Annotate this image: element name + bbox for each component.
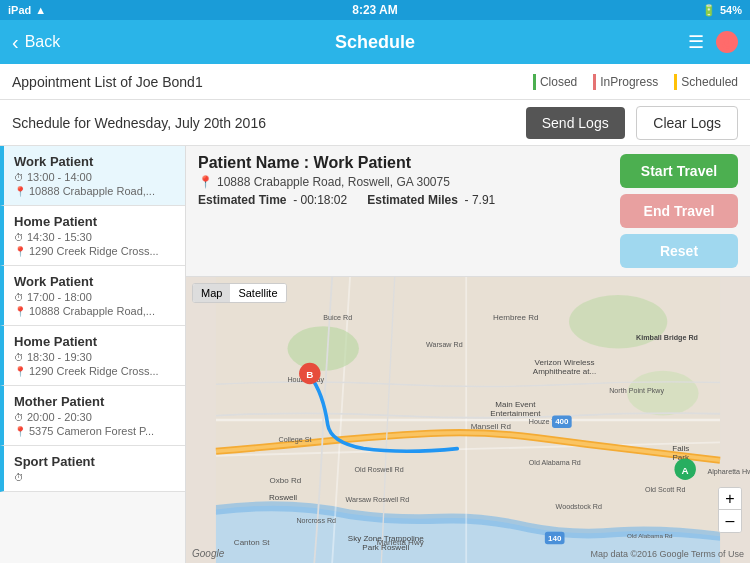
map-container: Mansell Rd Old Roswell Rd Houze Way Nort… bbox=[186, 277, 750, 563]
main-content: Work Patient 13:00 - 14:00 10888 Crabapp… bbox=[0, 146, 750, 563]
zoom-in-button[interactable]: + bbox=[719, 488, 741, 510]
appointment-address-4: 5375 Cameron Forest P... bbox=[14, 425, 175, 437]
start-travel-button[interactable]: Start Travel bbox=[620, 154, 738, 188]
svg-text:Main Event: Main Event bbox=[495, 400, 536, 409]
svg-text:Warsaw Rd: Warsaw Rd bbox=[426, 341, 463, 349]
appointment-item-0[interactable]: Work Patient 13:00 - 14:00 10888 Crabapp… bbox=[0, 146, 185, 206]
svg-text:A: A bbox=[682, 465, 689, 476]
svg-text:Norcross Rd: Norcross Rd bbox=[296, 517, 336, 525]
svg-text:Falls: Falls bbox=[672, 444, 689, 453]
appointment-address-1: 1290 Creek Ridge Cross... bbox=[14, 245, 175, 257]
patient-metrics: Estimated Time - 00:18:02 Estimated Mile… bbox=[198, 193, 608, 207]
svg-text:Verizon Wireless: Verizon Wireless bbox=[535, 358, 595, 367]
appointment-name-1: Home Patient bbox=[14, 214, 175, 229]
svg-text:Amphitheatre at...: Amphitheatre at... bbox=[533, 367, 596, 376]
appointment-name-4: Mother Patient bbox=[14, 394, 175, 409]
inprogress-label: InProgress bbox=[600, 75, 658, 89]
zoom-out-button[interactable]: – bbox=[719, 510, 741, 532]
clock-icon-3 bbox=[14, 351, 24, 363]
svg-text:Sky Zone Trampoline: Sky Zone Trampoline bbox=[348, 534, 424, 543]
svg-text:Hembree Rd: Hembree Rd bbox=[493, 313, 539, 322]
appointment-time-2: 17:00 - 18:00 bbox=[14, 291, 175, 303]
appointment-time-5 bbox=[14, 471, 175, 483]
nav-title: Schedule bbox=[335, 32, 415, 53]
svg-text:Kimball Bridge Rd: Kimball Bridge Rd bbox=[636, 334, 698, 342]
clock-icon-0 bbox=[14, 171, 24, 183]
appointment-address-2: 10888 Crabapple Road,... bbox=[14, 305, 175, 317]
appointment-item-2[interactable]: Work Patient 17:00 - 18:00 10888 Crabapp… bbox=[0, 266, 185, 326]
patient-address: 📍 10888 Crabapple Road, Roswell, GA 3007… bbox=[198, 175, 608, 189]
appointment-name-5: Sport Patient bbox=[14, 454, 175, 469]
schedule-header: Schedule for Wednesday, July 20th 2016 S… bbox=[0, 100, 750, 146]
legend: Closed InProgress Scheduled bbox=[533, 74, 738, 90]
svg-text:Old Roswell Rd: Old Roswell Rd bbox=[354, 466, 403, 474]
battery-icon: 🔋 bbox=[702, 4, 716, 17]
reset-button[interactable]: Reset bbox=[620, 234, 738, 268]
map-tab-satellite[interactable]: Satellite bbox=[230, 284, 285, 302]
pin-icon-0 bbox=[14, 185, 26, 197]
appointment-time-0: 13:00 - 14:00 bbox=[14, 171, 175, 183]
svg-text:Buice Rd: Buice Rd bbox=[323, 314, 352, 322]
estimated-time-value: 00:18:02 bbox=[300, 193, 347, 207]
svg-text:Canton St: Canton St bbox=[234, 538, 270, 547]
legend-closed: Closed bbox=[533, 74, 577, 90]
pin-icon-1 bbox=[14, 245, 26, 257]
svg-text:Old Alabama Rd: Old Alabama Rd bbox=[627, 532, 673, 539]
appointment-name-3: Home Patient bbox=[14, 334, 175, 349]
battery-label: 54% bbox=[720, 4, 742, 16]
patient-name: Patient Name : Work Patient bbox=[198, 154, 608, 172]
map-tabs: Map Satellite bbox=[192, 283, 287, 303]
hamburger-icon[interactable]: ☰ bbox=[688, 31, 704, 53]
clock-icon-4 bbox=[14, 411, 24, 423]
appointment-time-4: 20:00 - 20:30 bbox=[14, 411, 175, 423]
estimated-miles: Estimated Miles - 7.91 bbox=[367, 193, 495, 207]
appointment-list: Work Patient 13:00 - 14:00 10888 Crabapp… bbox=[0, 146, 186, 563]
carrier-label: iPad bbox=[8, 4, 31, 16]
legend-inprogress: InProgress bbox=[593, 74, 658, 90]
appointment-header: Appointment List of Joe Bond1 Closed InP… bbox=[0, 64, 750, 100]
clock-icon-1 bbox=[14, 231, 24, 243]
appointment-address-0: 10888 Crabapple Road,... bbox=[14, 185, 175, 197]
zoom-controls: + – bbox=[718, 487, 742, 533]
status-bar: iPad ▲ 8:23 AM 🔋 54% bbox=[0, 0, 750, 20]
google-watermark: Google bbox=[192, 548, 224, 559]
svg-text:Oxbo Rd: Oxbo Rd bbox=[270, 476, 302, 485]
svg-text:Woodstock Rd: Woodstock Rd bbox=[556, 503, 602, 511]
clock-icon-2 bbox=[14, 291, 24, 303]
clear-logs-button[interactable]: Clear Logs bbox=[636, 106, 738, 140]
scheduled-label: Scheduled bbox=[681, 75, 738, 89]
power-icon[interactable]: ⏻ bbox=[716, 31, 738, 53]
appointment-item-5[interactable]: Sport Patient bbox=[0, 446, 185, 492]
nav-bar: ‹ Back Schedule ☰ ⏻ bbox=[0, 20, 750, 64]
estimated-time: Estimated Time - 00:18:02 bbox=[198, 193, 347, 207]
appointment-time-3: 18:30 - 19:30 bbox=[14, 351, 175, 363]
svg-text:Roswell: Roswell bbox=[269, 493, 297, 502]
svg-text:B: B bbox=[306, 369, 313, 380]
svg-text:Old Scott Rd: Old Scott Rd bbox=[645, 486, 686, 494]
appointment-time-1: 14:30 - 15:30 bbox=[14, 231, 175, 243]
end-travel-button[interactable]: End Travel bbox=[620, 194, 738, 228]
estimated-miles-label: Estimated Miles bbox=[367, 193, 458, 207]
svg-text:Entertainment: Entertainment bbox=[490, 409, 541, 418]
pin-icon-4 bbox=[14, 425, 26, 437]
scheduled-indicator bbox=[674, 74, 677, 90]
send-logs-button[interactable]: Send Logs bbox=[526, 107, 625, 139]
clock-icon-5 bbox=[14, 471, 24, 483]
map-tab-map[interactable]: Map bbox=[193, 284, 230, 302]
status-bar-right: 🔋 54% bbox=[702, 4, 742, 17]
patient-details: Patient Name : Work Patient 📍 10888 Crab… bbox=[198, 154, 608, 207]
appointment-item-4[interactable]: Mother Patient 20:00 - 20:30 5375 Camero… bbox=[0, 386, 185, 446]
svg-text:Park Roswell: Park Roswell bbox=[362, 543, 409, 552]
inprogress-indicator bbox=[593, 74, 596, 90]
right-panel: Patient Name : Work Patient 📍 10888 Crab… bbox=[186, 146, 750, 563]
svg-text:Mansell Rd: Mansell Rd bbox=[471, 422, 511, 431]
appointment-item-3[interactable]: Home Patient 18:30 - 19:30 1290 Creek Ri… bbox=[0, 326, 185, 386]
appointment-item-1[interactable]: Home Patient 14:30 - 15:30 1290 Creek Ri… bbox=[0, 206, 185, 266]
svg-text:400: 400 bbox=[555, 417, 569, 426]
appointment-name-0: Work Patient bbox=[14, 154, 175, 169]
svg-text:Old Alabama Rd: Old Alabama Rd bbox=[529, 459, 581, 467]
back-chevron-icon: ‹ bbox=[12, 31, 19, 54]
status-bar-time: 8:23 AM bbox=[352, 3, 398, 17]
svg-point-5 bbox=[287, 326, 359, 371]
back-button[interactable]: ‹ Back bbox=[12, 31, 60, 54]
